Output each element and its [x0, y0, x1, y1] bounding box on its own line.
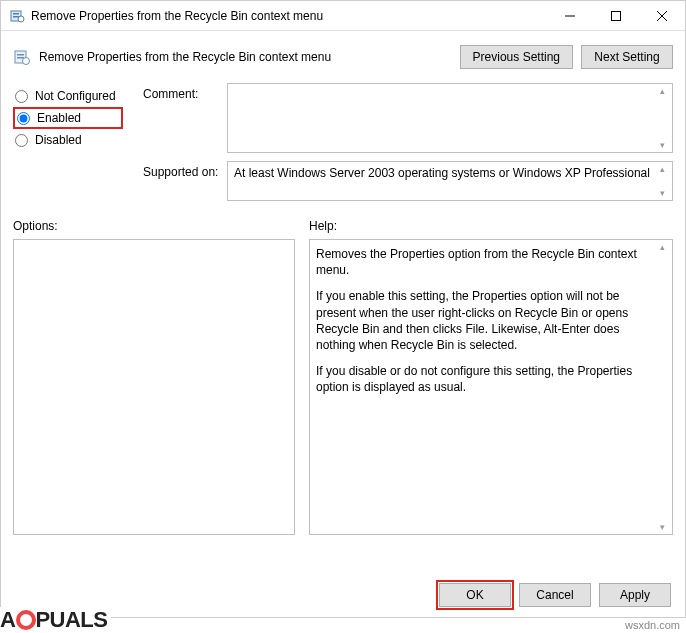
- options-panel: [13, 239, 295, 535]
- radio-not-configured[interactable]: Not Configured: [13, 85, 123, 107]
- scrollbar-icon: ▴▾: [654, 242, 670, 532]
- ok-button[interactable]: OK: [439, 583, 511, 607]
- radio-not-configured-label: Not Configured: [35, 89, 116, 103]
- dialog-footer: OK Cancel Apply: [439, 583, 671, 607]
- lower-section: Options: Help: Removes the Properties op…: [13, 213, 673, 535]
- comment-label: Comment:: [143, 83, 219, 153]
- watermark-rest: PUALS: [35, 607, 107, 633]
- help-paragraph: If you disable or do not configure this …: [316, 363, 652, 395]
- maximize-button[interactable]: [593, 1, 639, 31]
- scrollbar-icon: ▴▾: [654, 164, 670, 198]
- help-text: Removes the Properties option from the R…: [310, 240, 672, 412]
- close-button[interactable]: [639, 1, 685, 31]
- watermark-logo: APUALS: [0, 607, 111, 633]
- options-label: Options:: [13, 219, 295, 239]
- policy-title: Remove Properties from the Recycle Bin c…: [39, 50, 452, 64]
- radio-disabled-input[interactable]: [15, 134, 28, 147]
- policy-dialog-window: Remove Properties from the Recycle Bin c…: [0, 0, 686, 618]
- comment-row: Comment: ▴▾: [143, 83, 673, 153]
- svg-point-9: [23, 58, 30, 65]
- comment-textarea[interactable]: ▴▾: [227, 83, 673, 153]
- header-row: Remove Properties from the Recycle Bin c…: [13, 41, 673, 79]
- help-column: Help: Removes the Properties option from…: [309, 219, 673, 535]
- options-column: Options:: [13, 219, 295, 535]
- svg-rect-1: [13, 13, 19, 15]
- svg-rect-8: [17, 57, 24, 59]
- apply-button[interactable]: Apply: [599, 583, 671, 607]
- minimize-button[interactable]: [547, 1, 593, 31]
- cancel-button[interactable]: Cancel: [519, 583, 591, 607]
- svg-rect-5: [612, 11, 621, 20]
- help-paragraph: If you enable this setting, the Properti…: [316, 288, 652, 353]
- comment-value: [228, 84, 672, 152]
- help-label: Help:: [309, 219, 673, 239]
- help-paragraph: Removes the Properties option from the R…: [316, 246, 652, 278]
- window-title: Remove Properties from the Recycle Bin c…: [31, 9, 547, 23]
- svg-point-3: [18, 16, 24, 22]
- next-setting-button[interactable]: Next Setting: [581, 45, 673, 69]
- fields-column: Comment: ▴▾ Supported on: At least Windo…: [143, 83, 673, 209]
- state-section: Not Configured Enabled Disabled Comment:…: [13, 79, 673, 213]
- radio-disabled[interactable]: Disabled: [13, 129, 123, 151]
- supported-row: Supported on: At least Windows Server 20…: [143, 161, 673, 201]
- svg-rect-4: [565, 15, 575, 16]
- window-controls: [547, 1, 685, 31]
- state-radios: Not Configured Enabled Disabled: [13, 83, 123, 209]
- radio-enabled-label: Enabled: [37, 111, 81, 125]
- supported-value: At least Windows Server 2003 operating s…: [228, 162, 672, 200]
- radio-not-configured-input[interactable]: [15, 90, 28, 103]
- nav-buttons: Previous Setting Next Setting: [460, 45, 673, 69]
- circle-icon: [16, 610, 36, 630]
- supported-label: Supported on:: [143, 161, 219, 201]
- radio-enabled-input[interactable]: [17, 112, 30, 125]
- watermark-letter: A: [0, 607, 15, 633]
- radio-disabled-label: Disabled: [35, 133, 82, 147]
- dialog-content: Remove Properties from the Recycle Bin c…: [1, 31, 685, 545]
- app-icon: [9, 8, 25, 24]
- titlebar: Remove Properties from the Recycle Bin c…: [1, 1, 685, 31]
- watermark-url: wsxdn.com: [625, 619, 680, 631]
- svg-rect-7: [17, 54, 24, 56]
- radio-enabled[interactable]: Enabled: [13, 107, 123, 129]
- policy-icon: [13, 48, 31, 66]
- scrollbar-icon: ▴▾: [654, 86, 670, 150]
- previous-setting-button[interactable]: Previous Setting: [460, 45, 573, 69]
- help-panel: Removes the Properties option from the R…: [309, 239, 673, 535]
- supported-textarea: At least Windows Server 2003 operating s…: [227, 161, 673, 201]
